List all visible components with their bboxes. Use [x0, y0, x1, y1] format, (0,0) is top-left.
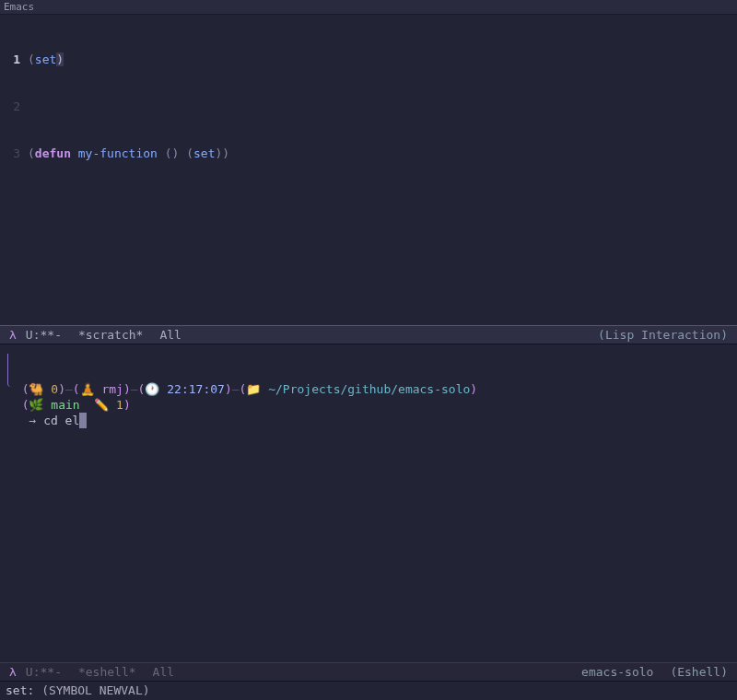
function-name: set	[35, 52, 56, 66]
eshell-command[interactable]: cd el	[43, 414, 79, 427]
window-title: Emacs	[4, 1, 34, 13]
eshell-buffer-pane[interactable]: (🐫 0)—(🧘 rmj)—(🕐 22:17:07)—(📁 ~/Projects…	[0, 344, 737, 662]
cursor	[79, 413, 87, 428]
buffer-status: U:**-	[26, 662, 62, 682]
minibuffer[interactable]: set: (SYMBOL NEWVAL)	[0, 682, 737, 700]
prompt-line-2: (🌿 main ✏️ 1)	[7, 398, 131, 412]
matching-paren: )	[56, 52, 64, 66]
code-content[interactable]	[28, 99, 737, 114]
buffer-name[interactable]: *scratch*	[78, 325, 143, 344]
code-content[interactable]: (defun my-function () (set))	[28, 146, 737, 161]
open-paren: (	[28, 146, 35, 160]
close-paren: )	[222, 146, 229, 160]
eshell-area[interactable]: (🐫 0)—(🧘 rmj)—(🕐 22:17:07)—(📁 ~/Projects…	[0, 344, 737, 444]
emacs-frame: 1 (set) 2 3 (defun my-function () (set))…	[0, 15, 737, 700]
prompt-line-3[interactable]: → cd el	[7, 414, 87, 427]
prompt-tree-line	[7, 354, 17, 387]
open-paren: (	[28, 52, 35, 66]
buffer-position: All	[153, 662, 174, 682]
lambda-icon: λ	[9, 325, 17, 344]
arg-list: ()	[165, 146, 180, 160]
prompt-line-1: (🐫 0)—(🧘 rmj)—(🕐 22:17:07)—(📁 ~/Projects…	[7, 382, 477, 396]
modeline-eshell[interactable]: λ U:**- *eshell* All emacs-solo (Eshell)	[0, 662, 737, 682]
buffer-position: All	[159, 325, 181, 344]
lambda-icon: λ	[9, 662, 17, 682]
eldoc-signature: (SYMBOL NEWVAL)	[41, 683, 149, 697]
eldoc-function: set	[6, 683, 27, 697]
user-icon: 🧘	[80, 382, 95, 396]
scratch-buffer-pane[interactable]: 1 (set) 2 3 (defun my-function () (set))	[0, 15, 737, 325]
project-name[interactable]: emacs-solo	[581, 662, 653, 682]
function-name: set	[193, 146, 215, 160]
git-branch: main	[51, 398, 79, 412]
clock-icon: 🕐	[145, 382, 159, 396]
window-titlebar: Emacs	[0, 0, 737, 15]
username: rmj	[101, 382, 123, 396]
git-dirty-count: 1	[116, 398, 123, 412]
line-number: 1	[0, 52, 28, 67]
exit-code-icon: 🐫	[29, 382, 43, 396]
code-area[interactable]: 1 (set) 2 3 (defun my-function () (set))	[0, 15, 737, 192]
open-paren: (	[186, 146, 193, 160]
code-line[interactable]: 1 (set)	[0, 52, 737, 67]
major-mode[interactable]: (Eshell)	[670, 662, 728, 682]
function-name: my-function	[78, 146, 158, 160]
modeline-scratch[interactable]: λ U:**- *scratch* All (Lisp Interaction)	[0, 325, 737, 344]
line-number: 2	[0, 99, 28, 114]
buffer-name[interactable]: *eshell*	[78, 662, 136, 682]
cwd-path: ~/Projects/github/emacs-solo	[268, 382, 470, 396]
major-mode[interactable]: (Lisp Interaction)	[598, 325, 728, 344]
prompt-arrow: →	[29, 414, 36, 427]
code-line[interactable]: 2	[0, 99, 737, 114]
code-content[interactable]: (set)	[28, 52, 737, 67]
keyword-defun: defun	[35, 146, 71, 160]
timestamp: 22:17:07	[167, 382, 225, 396]
buffer-status: U:**-	[26, 325, 62, 344]
folder-icon: 📁	[246, 382, 261, 396]
code-line[interactable]: 3 (defun my-function () (set))	[0, 146, 737, 161]
exit-code: 0	[51, 382, 58, 396]
line-number: 3	[0, 146, 28, 161]
branch-icon: 🌿	[29, 398, 43, 412]
dirty-icon: ✏️	[94, 398, 109, 412]
